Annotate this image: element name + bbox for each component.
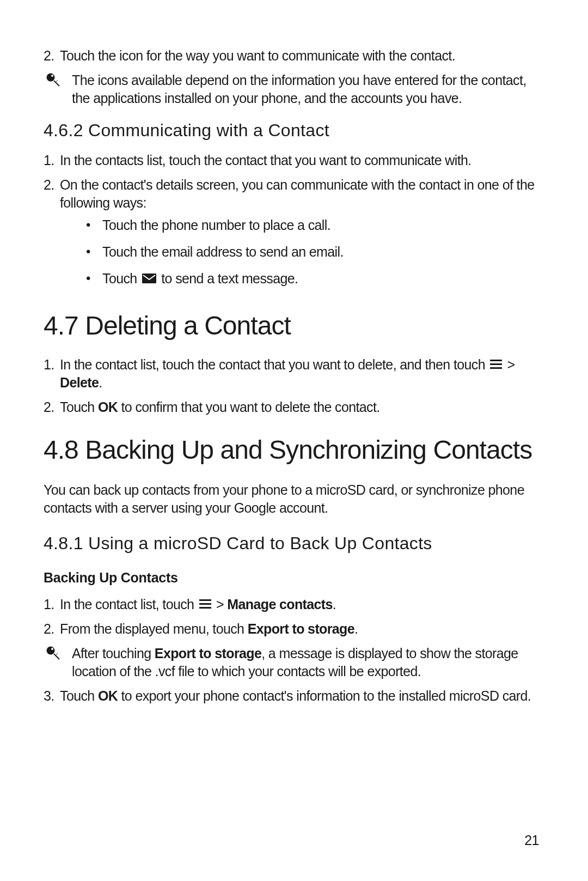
menu-icon <box>199 599 211 609</box>
steps-481a: 1. In the contact list, touch > Manage c… <box>44 592 544 641</box>
step-481-1: 1. In the contact list, touch > Manage c… <box>44 592 544 617</box>
svg-line-8 <box>56 653 58 655</box>
svg-point-1 <box>51 75 53 77</box>
steps-461-continued: 2. Touch the icon for the way you want t… <box>44 44 544 68</box>
note-text: The icons available depend on the inform… <box>72 72 526 106</box>
steps-47: 1. In the contact list, touch the contac… <box>44 353 544 420</box>
menu-icon <box>490 360 502 369</box>
ok-label: OK <box>98 688 118 703</box>
export-to-storage-label: Export to storage <box>155 646 261 661</box>
note-icon <box>45 645 61 661</box>
bullet-462-2: Touch the email address to send an email… <box>86 239 544 265</box>
heading-481-sub: Backing Up Contacts <box>44 561 544 592</box>
intro-48: You can back up contacts from your phone… <box>44 477 544 524</box>
step-text: On the contact's details screen, you can… <box>60 177 534 210</box>
bullet-462-1: Touch the phone number to place a call. <box>86 212 544 239</box>
step-47-2: 2. Touch OK to confirm that you want to … <box>44 395 544 420</box>
heading-48: 4.8 Backing Up and Synchronizing Contact… <box>44 420 544 477</box>
ok-label: OK <box>98 399 118 415</box>
message-icon <box>142 274 156 283</box>
document-page: 2. Touch the icon for the way you want t… <box>0 0 588 881</box>
page-number: 21 <box>524 833 539 848</box>
heading-462: 4.6.2 Communicating with a Contact <box>44 111 544 148</box>
delete-label: Delete <box>60 375 99 390</box>
svg-point-6 <box>51 648 53 650</box>
bullets-462: Touch the phone number to place a call. … <box>86 212 544 292</box>
step-481-2: 2. From the displayed menu, touch Export… <box>44 617 544 641</box>
svg-point-0 <box>47 74 55 82</box>
note-461: The icons available depend on the inform… <box>44 68 544 111</box>
svg-rect-4 <box>142 274 156 283</box>
svg-line-3 <box>56 80 58 82</box>
heading-47: 4.7 Deleting a Contact <box>44 295 544 353</box>
step-text: Touch the icon for the way you want to c… <box>60 48 455 63</box>
steps-462: 1. In the contacts list, touch the conta… <box>44 148 544 295</box>
note-481: After touching Export to storage, a mess… <box>44 641 544 684</box>
bullet-462-3: Touch to send a text message. <box>86 265 544 292</box>
step-text: In the contacts list, touch the contact … <box>60 153 471 168</box>
step-462-2: 2. On the contact's details screen, you … <box>44 173 544 295</box>
step-462-1: 1. In the contacts list, touch the conta… <box>44 148 544 173</box>
manage-contacts-label: Manage contacts <box>227 597 332 612</box>
step-481-3: 3. Touch OK to export your phone contact… <box>44 684 544 708</box>
svg-point-5 <box>47 647 55 655</box>
steps-481b: 3. Touch OK to export your phone contact… <box>44 684 544 708</box>
step-461-2: 2. Touch the icon for the way you want t… <box>44 44 544 68</box>
heading-481: 4.8.1 Using a microSD Card to Back Up Co… <box>44 524 544 561</box>
note-icon <box>45 71 61 88</box>
step-47-1: 1. In the contact list, touch the contac… <box>44 353 544 395</box>
export-to-storage-label: Export to storage <box>248 621 354 636</box>
